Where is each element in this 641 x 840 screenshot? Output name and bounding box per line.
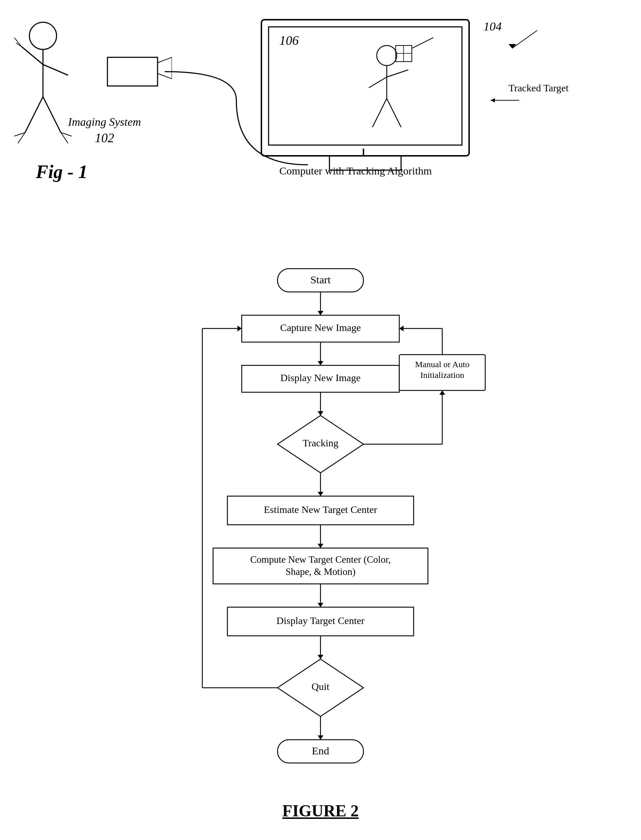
imaging-system-text: Imaging System [68,115,141,128]
tracked-target-arrow [487,90,523,111]
svg-line-20 [387,70,408,77]
figure-2-title-text: FIGURE 2 [282,802,358,820]
svg-marker-65 [317,735,324,740]
figure-2-title: FIGURE 2 [282,801,358,820]
svg-line-29 [512,31,537,48]
svg-marker-80 [440,390,445,395]
svg-marker-40 [317,361,324,365]
svg-line-22 [387,98,401,127]
computer-monitor: 106 [258,16,501,177]
svg-text:Shape, & Motion): Shape, & Motion) [285,566,356,577]
svg-rect-53 [213,548,428,584]
svg-point-17 [377,45,397,66]
computer-label-text: Computer with Tracking Algorithm [279,165,432,177]
svg-marker-57 [317,603,324,607]
svg-text:Capture New Image: Capture New Image [280,322,361,333]
svg-marker-36 [317,311,324,315]
svg-marker-52 [317,544,324,548]
svg-text:Tracking: Tracking [303,437,338,448]
imaging-system-ref: 102 [95,131,114,145]
svg-text:End: End [312,745,329,756]
svg-marker-61 [317,655,324,659]
svg-point-0 [29,22,56,50]
svg-text:106: 106 [279,33,299,48]
annotation-arrow-104 [483,20,555,55]
fig1-label: Fig - 1 [36,161,87,182]
svg-line-6 [25,97,43,132]
svg-line-3 [14,38,21,47]
figure-1-area: 104 Imaging System 102 [0,11,641,233]
svg-text:Display New Image: Display New Image [280,372,361,383]
svg-marker-44 [317,411,324,416]
computer-label: Computer with Tracking Algorithm [279,165,432,177]
svg-text:Start: Start [311,274,331,285]
svg-line-26 [412,38,433,48]
svg-text:Compute New Target Center (Col: Compute New Target Center (Color, [250,554,391,565]
svg-text:Estimate New Target Center: Estimate New Target Center [264,504,377,515]
svg-text:Manual or Auto: Manual or Auto [415,360,469,369]
svg-line-21 [372,98,387,127]
svg-line-9 [43,97,61,132]
figure-2-area: Start Capture New Image Display New Imag… [0,251,641,831]
flowchart-svg: Start Capture New Image Display New Imag… [142,258,499,795]
svg-line-8 [18,132,25,143]
svg-marker-48 [317,492,324,496]
svg-text:Quit: Quit [312,681,329,692]
svg-line-11 [61,132,68,143]
camera-imaging-system [100,50,172,93]
svg-marker-32 [491,98,495,102]
svg-marker-77 [399,326,404,331]
svg-line-19 [369,77,387,88]
svg-line-5 [43,64,68,75]
svg-text:Initialization: Initialization [420,371,464,380]
fig1-text: Fig - 1 [36,161,87,182]
svg-marker-71 [237,326,242,331]
svg-rect-12 [108,57,158,86]
imaging-system-label: Imaging System 102 [68,114,141,146]
svg-text:Display Target Center: Display Target Center [277,615,365,626]
